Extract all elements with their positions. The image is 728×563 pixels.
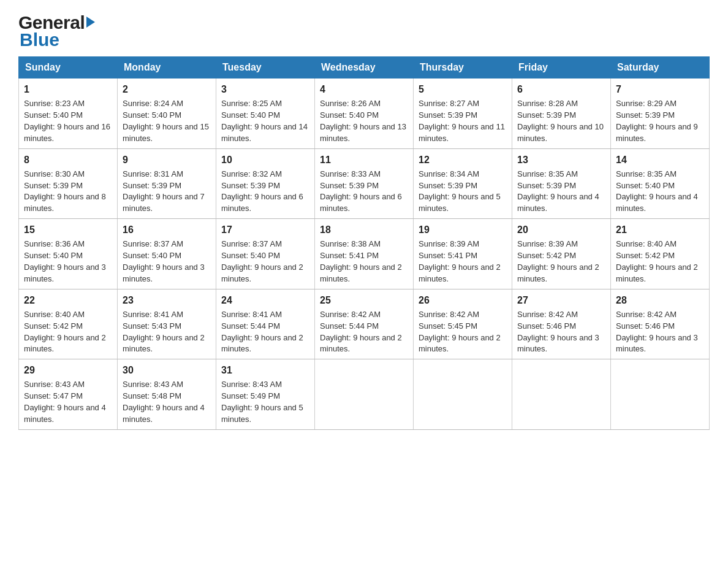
calendar-cell: 20Sunrise: 8:39 AMSunset: 5:42 PMDayligh…	[512, 219, 611, 289]
calendar-cell: 10Sunrise: 8:32 AMSunset: 5:39 PMDayligh…	[216, 148, 315, 219]
calendar-cell: 13Sunrise: 8:35 AMSunset: 5:39 PMDayligh…	[512, 148, 611, 219]
day-number: 9	[123, 153, 211, 167]
day-number: 6	[517, 82, 605, 96]
day-info: Sunrise: 8:43 AMSunset: 5:49 PMDaylight:…	[221, 379, 309, 425]
day-number: 25	[320, 293, 408, 307]
calendar-cell: 27Sunrise: 8:42 AMSunset: 5:46 PMDayligh…	[512, 289, 611, 359]
calendar-cell: 16Sunrise: 8:37 AMSunset: 5:40 PMDayligh…	[118, 219, 216, 289]
calendar-week-row: 29Sunrise: 8:43 AMSunset: 5:47 PMDayligh…	[19, 359, 710, 430]
calendar-cell: 26Sunrise: 8:42 AMSunset: 5:45 PMDayligh…	[414, 289, 512, 359]
calendar-cell	[512, 359, 611, 430]
day-info: Sunrise: 8:32 AMSunset: 5:39 PMDaylight:…	[221, 169, 309, 215]
day-info: Sunrise: 8:41 AMSunset: 5:44 PMDaylight:…	[221, 309, 309, 355]
weekday-header-thursday: Thursday	[414, 57, 512, 79]
calendar-week-row: 22Sunrise: 8:40 AMSunset: 5:42 PMDayligh…	[19, 289, 710, 359]
weekday-header-tuesday: Tuesday	[216, 57, 315, 79]
day-info: Sunrise: 8:37 AMSunset: 5:40 PMDaylight:…	[123, 239, 211, 285]
day-info: Sunrise: 8:37 AMSunset: 5:40 PMDaylight:…	[221, 239, 309, 285]
calendar-cell: 29Sunrise: 8:43 AMSunset: 5:47 PMDayligh…	[19, 359, 118, 430]
calendar-cell: 3Sunrise: 8:25 AMSunset: 5:40 PMDaylight…	[216, 79, 315, 149]
day-info: Sunrise: 8:35 AMSunset: 5:40 PMDaylight:…	[616, 169, 704, 215]
weekday-header-sunday: Sunday	[19, 57, 118, 79]
weekday-header-monday: Monday	[118, 57, 216, 79]
day-info: Sunrise: 8:40 AMSunset: 5:42 PMDaylight:…	[616, 239, 704, 285]
calendar-cell: 1Sunrise: 8:23 AMSunset: 5:40 PMDaylight…	[19, 79, 118, 149]
weekday-header-friday: Friday	[512, 57, 611, 79]
day-info: Sunrise: 8:43 AMSunset: 5:47 PMDaylight:…	[24, 379, 112, 425]
day-number: 28	[616, 293, 704, 307]
calendar-cell: 6Sunrise: 8:28 AMSunset: 5:39 PMDaylight…	[512, 79, 611, 149]
calendar-cell: 31Sunrise: 8:43 AMSunset: 5:49 PMDayligh…	[216, 359, 315, 430]
weekday-header-row: SundayMondayTuesdayWednesdayThursdayFrid…	[19, 57, 710, 79]
day-info: Sunrise: 8:42 AMSunset: 5:44 PMDaylight:…	[320, 309, 408, 355]
calendar-cell: 21Sunrise: 8:40 AMSunset: 5:42 PMDayligh…	[611, 219, 710, 289]
weekday-header-saturday: Saturday	[611, 57, 710, 79]
calendar-cell: 14Sunrise: 8:35 AMSunset: 5:40 PMDayligh…	[611, 148, 710, 219]
calendar-cell: 24Sunrise: 8:41 AMSunset: 5:44 PMDayligh…	[216, 289, 315, 359]
day-info: Sunrise: 8:35 AMSunset: 5:39 PMDaylight:…	[517, 169, 605, 215]
calendar-cell: 12Sunrise: 8:34 AMSunset: 5:39 PMDayligh…	[414, 148, 512, 219]
logo: General Blue	[18, 12, 95, 50]
calendar-cell: 15Sunrise: 8:36 AMSunset: 5:40 PMDayligh…	[19, 219, 118, 289]
day-info: Sunrise: 8:40 AMSunset: 5:42 PMDaylight:…	[24, 309, 112, 355]
day-info: Sunrise: 8:36 AMSunset: 5:40 PMDaylight:…	[24, 239, 112, 285]
day-number: 29	[24, 363, 112, 377]
day-number: 2	[123, 82, 211, 96]
day-number: 13	[517, 153, 605, 167]
day-info: Sunrise: 8:27 AMSunset: 5:39 PMDaylight:…	[419, 98, 507, 144]
weekday-header-wednesday: Wednesday	[315, 57, 414, 79]
calendar-cell	[315, 359, 414, 430]
day-number: 5	[419, 82, 507, 96]
calendar-cell: 11Sunrise: 8:33 AMSunset: 5:39 PMDayligh…	[315, 148, 414, 219]
day-number: 12	[419, 153, 507, 167]
day-info: Sunrise: 8:33 AMSunset: 5:39 PMDaylight:…	[320, 169, 408, 215]
calendar-cell: 18Sunrise: 8:38 AMSunset: 5:41 PMDayligh…	[315, 219, 414, 289]
day-number: 1	[24, 82, 112, 96]
day-info: Sunrise: 8:26 AMSunset: 5:40 PMDaylight:…	[320, 98, 408, 144]
calendar-cell: 25Sunrise: 8:42 AMSunset: 5:44 PMDayligh…	[315, 289, 414, 359]
day-number: 4	[320, 82, 408, 96]
day-info: Sunrise: 8:39 AMSunset: 5:42 PMDaylight:…	[517, 239, 605, 285]
day-info: Sunrise: 8:34 AMSunset: 5:39 PMDaylight:…	[419, 169, 507, 215]
day-info: Sunrise: 8:25 AMSunset: 5:40 PMDaylight:…	[221, 98, 309, 144]
day-number: 31	[221, 363, 309, 377]
calendar-cell: 19Sunrise: 8:39 AMSunset: 5:41 PMDayligh…	[414, 219, 512, 289]
day-number: 11	[320, 153, 408, 167]
day-number: 24	[221, 293, 309, 307]
day-info: Sunrise: 8:23 AMSunset: 5:40 PMDaylight:…	[24, 98, 112, 144]
calendar-cell: 22Sunrise: 8:40 AMSunset: 5:42 PMDayligh…	[19, 289, 118, 359]
calendar-cell	[414, 359, 512, 430]
calendar-cell: 8Sunrise: 8:30 AMSunset: 5:39 PMDaylight…	[19, 148, 118, 219]
day-number: 21	[616, 223, 704, 237]
day-number: 17	[221, 223, 309, 237]
day-number: 22	[24, 293, 112, 307]
day-number: 14	[616, 153, 704, 167]
calendar-week-row: 8Sunrise: 8:30 AMSunset: 5:39 PMDaylight…	[19, 148, 710, 219]
calendar-cell: 9Sunrise: 8:31 AMSunset: 5:39 PMDaylight…	[118, 148, 216, 219]
calendar-table: SundayMondayTuesdayWednesdayThursdayFrid…	[18, 56, 710, 430]
calendar-cell: 28Sunrise: 8:42 AMSunset: 5:46 PMDayligh…	[611, 289, 710, 359]
day-number: 8	[24, 153, 112, 167]
day-number: 20	[517, 223, 605, 237]
day-number: 26	[419, 293, 507, 307]
day-info: Sunrise: 8:24 AMSunset: 5:40 PMDaylight:…	[123, 98, 211, 144]
day-number: 23	[123, 293, 211, 307]
day-info: Sunrise: 8:38 AMSunset: 5:41 PMDaylight:…	[320, 239, 408, 285]
day-info: Sunrise: 8:42 AMSunset: 5:45 PMDaylight:…	[419, 309, 507, 355]
calendar-cell: 5Sunrise: 8:27 AMSunset: 5:39 PMDaylight…	[414, 79, 512, 149]
day-info: Sunrise: 8:42 AMSunset: 5:46 PMDaylight:…	[517, 309, 605, 355]
calendar-cell: 17Sunrise: 8:37 AMSunset: 5:40 PMDayligh…	[216, 219, 315, 289]
day-number: 7	[616, 82, 704, 96]
day-info: Sunrise: 8:42 AMSunset: 5:46 PMDaylight:…	[616, 309, 704, 355]
day-number: 27	[517, 293, 605, 307]
day-number: 18	[320, 223, 408, 237]
page-header: General Blue	[18, 12, 710, 50]
logo-arrow-icon	[86, 17, 95, 28]
calendar-cell: 30Sunrise: 8:43 AMSunset: 5:48 PMDayligh…	[118, 359, 216, 430]
day-number: 3	[221, 82, 309, 96]
calendar-cell: 4Sunrise: 8:26 AMSunset: 5:40 PMDaylight…	[315, 79, 414, 149]
calendar-cell: 2Sunrise: 8:24 AMSunset: 5:40 PMDaylight…	[118, 79, 216, 149]
day-info: Sunrise: 8:28 AMSunset: 5:39 PMDaylight:…	[517, 98, 605, 144]
day-number: 15	[24, 223, 112, 237]
logo-blue-text: Blue	[20, 29, 95, 50]
